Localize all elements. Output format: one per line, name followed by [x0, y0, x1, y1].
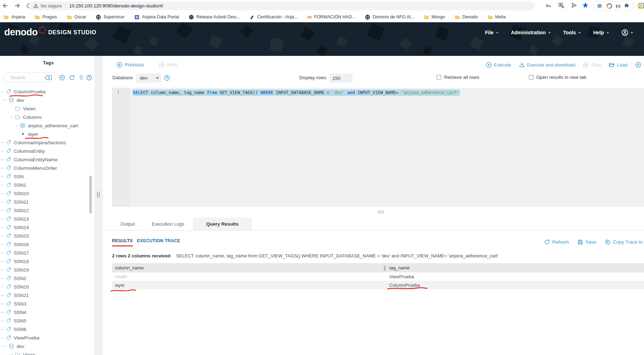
save-button[interactable]: Save	[577, 239, 596, 245]
tree-item-ssn16[interactable]: SSN16	[0, 240, 89, 249]
previous-button[interactable]: Previous	[117, 62, 144, 68]
delete-tag-icon[interactable]	[78, 75, 84, 80]
bookmark-item[interactable]: Oscar	[67, 14, 86, 20]
tree-item-anjana-adherence-cart[interactable]: anjana_adherence_cart	[0, 121, 89, 130]
table-row[interactable]: layerColumnPrueba	[112, 281, 644, 289]
clear-search-icon[interactable]	[45, 75, 52, 80]
tree-item-ssn5[interactable]: SSN5	[0, 316, 89, 325]
expand-arrow-icon[interactable]	[22, 132, 25, 136]
bookmark-star-icon[interactable]	[582, 2, 589, 9]
tree-item-columnamenuorder[interactable]: ColumnaMenuOrder	[0, 164, 89, 172]
tree-item-ssn10[interactable]: SSN10	[0, 189, 89, 198]
collapse-dash-icon[interactable]	[1, 278, 4, 279]
collapse-dash-icon[interactable]	[1, 159, 4, 160]
load-button[interactable]: Load	[609, 62, 627, 68]
refresh-tags-icon[interactable]	[69, 75, 75, 81]
collapse-dash-icon[interactable]	[1, 168, 4, 168]
forward-icon[interactable]	[14, 2, 20, 9]
execute-and-download-button[interactable]: Execute and download	[519, 62, 575, 68]
bottom-tab-output[interactable]: Output	[112, 217, 143, 230]
checkbox-icon[interactable]	[437, 75, 441, 80]
collapse-dash-icon[interactable]	[10, 117, 13, 117]
tree-item-ssn18[interactable]: SSN18	[0, 257, 89, 266]
collapse-dash-icon[interactable]	[4, 346, 7, 347]
collapse-dash-icon[interactable]	[1, 193, 4, 194]
collapse-dash-icon[interactable]	[1, 312, 4, 313]
json-extension-icon[interactable]: {≡}	[616, 4, 620, 8]
collapse-dash-icon[interactable]	[1, 210, 4, 211]
results-subtab-results[interactable]: RESULTS	[112, 238, 133, 246]
collapse-dash-icon[interactable]	[1, 253, 4, 253]
copy-trace-to-c-button[interactable]: Copy Trace to C	[605, 239, 644, 245]
puzzle-extensions-icon[interactable]	[624, 3, 630, 9]
collapse-dash-icon[interactable]	[1, 244, 4, 245]
sidebar-tab-explorer[interactable]: Explorer	[0, 56, 34, 68]
database-help-icon[interactable]	[164, 75, 170, 81]
tree-item-ssn14[interactable]: SSN14	[0, 223, 89, 232]
bookmark-item[interactable]: Dominio de NFG Al...	[365, 14, 414, 20]
collapse-dash-icon[interactable]	[1, 261, 4, 262]
menu-file[interactable]: File	[485, 30, 499, 35]
bookmark-item[interactable]: Mongo	[424, 14, 445, 20]
collapse-dash-icon[interactable]	[15, 126, 18, 126]
tree-item-ssn15[interactable]: SSN15	[0, 232, 89, 240]
menu-help[interactable]: Help	[593, 30, 609, 35]
help-icon[interactable]	[86, 75, 92, 81]
tree-item-columns[interactable]: Columns	[0, 113, 89, 121]
security-label[interactable]: No seguro	[41, 3, 62, 8]
collapse-dash-icon[interactable]	[1, 151, 4, 151]
tree-item-columnaanjanasections[interactable]: ColumnaAnjanaSections	[0, 138, 89, 147]
tree-item-views[interactable]: Views	[0, 350, 89, 355]
collapse-dash-icon[interactable]	[1, 270, 4, 270]
collapse-dash-icon[interactable]	[1, 202, 4, 202]
chat-bubble-extension-icon[interactable]	[597, 3, 603, 9]
tree-item-columnaentityname[interactable]: ColumnaEntityName	[0, 155, 89, 164]
tree-item-ssn13[interactable]: SSN13	[0, 215, 89, 223]
column-header-column-name[interactable]: column_name	[112, 264, 386, 272]
collapse-dash-icon[interactable]	[10, 355, 13, 355]
panel-splitter[interactable]	[95, 56, 102, 355]
tree-item-columnprueba[interactable]: ColumnPrueba	[0, 87, 89, 96]
column-header-tag-name[interactable]: tag_name	[386, 264, 644, 272]
table-row[interactable]: <null>ViewPrueba	[112, 272, 644, 281]
search-input[interactable]	[10, 73, 44, 82]
tree-item-viewprueba[interactable]: ViewPrueba	[0, 333, 89, 342]
collapse-dash-icon[interactable]	[1, 92, 4, 92]
bookmark-item[interactable]: Anjana Data Portal	[134, 14, 179, 20]
translate-icon[interactable]	[558, 2, 565, 9]
database-select[interactable]: dev	[136, 74, 161, 83]
bookmark-item[interactable]: Supervisor	[96, 14, 125, 20]
results-subtab-execution-trace[interactable]: EXECUTION TRACE	[137, 238, 180, 246]
tree-item-columnaentity[interactable]: ColumnaEntity	[0, 147, 89, 155]
bookmark-item[interactable]: Release Activiti Desi...	[189, 14, 240, 20]
user-menu[interactable]	[621, 29, 633, 36]
collapse-dash-icon[interactable]	[1, 321, 4, 321]
tree-item-ssn6[interactable]: SSN6	[0, 325, 89, 333]
display-rows-input[interactable]	[329, 74, 353, 83]
tree-item-ssn12[interactable]: SSN12	[0, 206, 89, 215]
password-key-icon[interactable]	[545, 3, 551, 9]
splitter-grip-icon[interactable]	[97, 192, 100, 198]
tree-item-ssn11[interactable]: SSN11	[0, 198, 89, 206]
collapse-dash-icon[interactable]	[1, 227, 4, 228]
bottom-tab-execution-logs[interactable]: Execution Logs	[143, 217, 193, 230]
collapse-dash-icon[interactable]	[1, 295, 4, 296]
sidebar-tab-tags[interactable]: Tags	[34, 57, 63, 68]
bottom-tab-query-results[interactable]: Query Results	[193, 217, 252, 230]
menu-administration[interactable]: Administration	[511, 30, 551, 35]
collapse-dash-icon[interactable]	[1, 219, 4, 219]
add-tag-icon[interactable]	[59, 75, 65, 81]
bookmark-item[interactable]: Denodo	[455, 14, 478, 20]
menu-tools[interactable]: Tools	[563, 30, 581, 35]
collapse-dash-icon[interactable]	[1, 176, 4, 177]
next-button[interactable]: Next	[159, 62, 177, 68]
tree-item-ssn1[interactable]: SSN1	[0, 181, 89, 189]
tree-item-layer[interactable]: layer	[0, 130, 89, 138]
sql-code-line[interactable]: SELECT column_name, tag_name from GET_VI…	[132, 89, 460, 96]
other-bookmarks-folder-icon[interactable]	[637, 3, 643, 8]
share-icon[interactable]	[571, 2, 577, 8]
tree-item-views[interactable]: Views	[0, 104, 89, 113]
bookmark-item[interactable]: Pragsis	[35, 14, 57, 20]
vql-editor[interactable]: 1 SELECT column_name, tag_name from GET_…	[112, 88, 644, 207]
collapse-dash-icon[interactable]	[1, 142, 4, 143]
